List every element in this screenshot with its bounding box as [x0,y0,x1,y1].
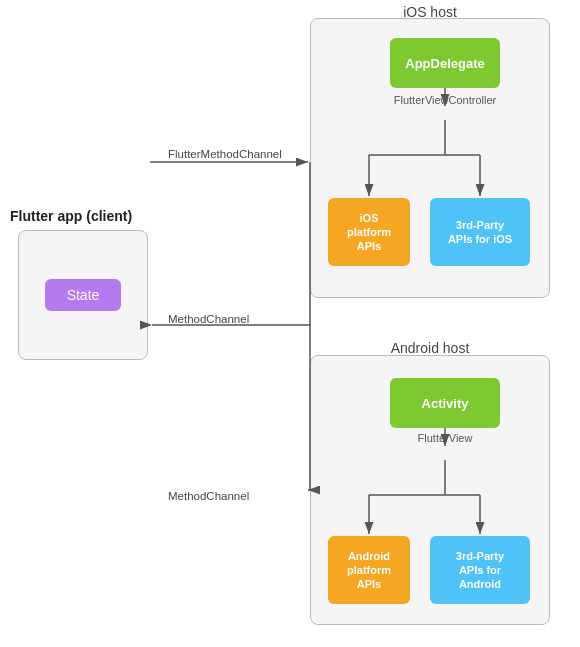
flutter-method-channel-label: FlutterMethodChannel [168,148,282,160]
method-channel-1-label: MethodChannel [168,313,249,325]
ios-apis-label: iOSplatformAPIs [347,211,391,254]
flutter-client-label: Flutter app (client) [10,208,132,224]
activity-label: Activity [422,396,469,411]
flutter-client-box: State [18,230,148,360]
app-delegate-label: AppDelegate [405,56,484,71]
app-delegate-box: AppDelegate [390,38,500,88]
android-3rdparty-box: 3rd-PartyAPIs forAndroid [430,536,530,604]
android-host-label: Android host [310,340,550,356]
method-channel-2-label: MethodChannel [168,490,249,502]
ios-host-label: iOS host [310,4,550,20]
android-3rdparty-label: 3rd-PartyAPIs forAndroid [456,549,504,592]
ios-3rdparty-label: 3rd-PartyAPIs for iOS [448,218,512,247]
ios-apis-box: iOSplatformAPIs [328,198,410,266]
diagram-container: Flutter app (client) State iOS host AppD… [0,0,580,647]
flutter-view-controller-label: FlutterViewController [390,94,500,106]
flutter-view-label: FlutterView [390,432,500,444]
activity-box: Activity [390,378,500,428]
android-apis-label: AndroidplatformAPIs [347,549,391,592]
ios-3rdparty-box: 3rd-PartyAPIs for iOS [430,198,530,266]
state-box: State [45,279,122,311]
android-apis-box: AndroidplatformAPIs [328,536,410,604]
